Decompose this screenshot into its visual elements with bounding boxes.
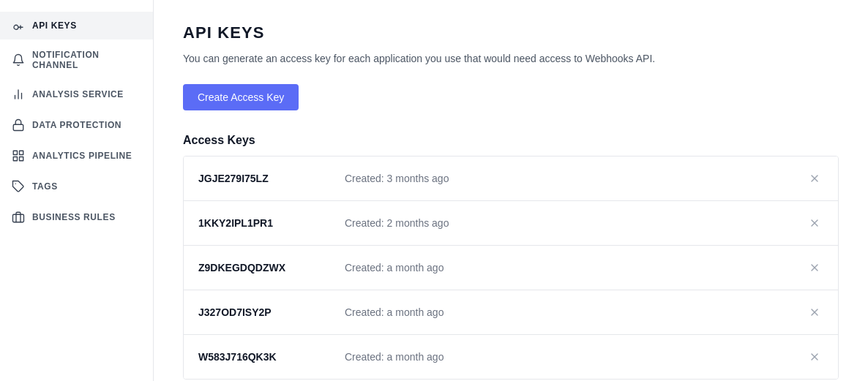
sidebar-label-notification-channel: Notification Channel xyxy=(32,50,141,70)
svg-rect-10 xyxy=(13,214,24,222)
lock-icon xyxy=(12,118,25,132)
delete-key-button[interactable] xyxy=(806,214,823,232)
sidebar-item-data-protection[interactable]: Data Protection xyxy=(0,111,153,139)
sidebar-label-analytics-pipeline: Analytics Pipeline xyxy=(32,151,132,161)
delete-key-button[interactable] xyxy=(806,303,823,321)
delete-key-button[interactable] xyxy=(806,259,823,276)
key-created-label: Created: a month ago xyxy=(345,351,806,363)
bell-icon xyxy=(12,53,25,67)
key-id: JGJE279I75LZ xyxy=(198,173,345,184)
key-id: W583J716QK3K xyxy=(198,351,345,363)
sidebar-item-business-rules[interactable]: Business Rules xyxy=(0,203,153,231)
sidebar-item-tags[interactable]: Tags xyxy=(0,173,153,200)
delete-key-button[interactable] xyxy=(806,348,823,366)
key-id: Z9DKEGDQDZWX xyxy=(198,262,345,274)
delete-key-button[interactable] xyxy=(806,170,823,187)
svg-rect-8 xyxy=(20,157,23,161)
sidebar-label-analysis-service: Analysis Service xyxy=(32,89,124,99)
key-id: 1KKY2IPL1PR1 xyxy=(198,217,345,229)
svg-rect-4 xyxy=(13,124,23,130)
key-created-label: Created: 3 months ago xyxy=(345,173,806,184)
sidebar-label-data-protection: Data Protection xyxy=(32,120,121,130)
svg-rect-7 xyxy=(13,157,17,161)
main-content: API KEYS You can generate an access key … xyxy=(154,0,868,381)
sidebar-label-tags: Tags xyxy=(32,181,58,192)
access-keys-list: JGJE279I75LZCreated: 3 months ago1KKY2IP… xyxy=(183,156,839,380)
table-row: Z9DKEGDQDZWXCreated: a month ago xyxy=(184,246,838,290)
briefcase-icon xyxy=(12,211,25,224)
sidebar: API KeysNotification ChannelAnalysis Ser… xyxy=(0,0,154,381)
key-created-label: Created: a month ago xyxy=(345,306,806,318)
create-access-key-button[interactable]: Create Access Key xyxy=(183,84,299,110)
sidebar-item-api-keys[interactable]: API Keys xyxy=(0,12,153,39)
key-created-label: Created: a month ago xyxy=(345,262,806,274)
page-title: API KEYS xyxy=(183,23,839,42)
tag-icon xyxy=(12,180,25,193)
table-row: 1KKY2IPL1PR1Created: 2 months ago xyxy=(184,201,838,246)
svg-rect-5 xyxy=(13,151,17,154)
sidebar-item-notification-channel[interactable]: Notification Channel xyxy=(0,42,153,78)
sidebar-item-analysis-service[interactable]: Analysis Service xyxy=(0,80,153,108)
key-created-label: Created: 2 months ago xyxy=(345,217,806,229)
table-row: J327OD7ISY2PCreated: a month ago xyxy=(184,290,838,335)
sidebar-item-analytics-pipeline[interactable]: Analytics Pipeline xyxy=(0,142,153,170)
table-row: JGJE279I75LZCreated: 3 months ago xyxy=(184,156,838,201)
section-title: Access Keys xyxy=(183,134,839,147)
sidebar-label-api-keys: API Keys xyxy=(32,20,77,31)
svg-rect-6 xyxy=(20,151,23,154)
table-row: W583J716QK3KCreated: a month ago xyxy=(184,335,838,379)
sidebar-label-business-rules: Business Rules xyxy=(32,212,116,222)
svg-point-0 xyxy=(14,25,18,29)
bar-chart-icon xyxy=(12,88,25,101)
key-id: J327OD7ISY2P xyxy=(198,306,345,318)
description-text: You can generate an access key for each … xyxy=(183,51,839,67)
grid-icon xyxy=(12,149,25,162)
api-keys-icon xyxy=(12,19,25,32)
